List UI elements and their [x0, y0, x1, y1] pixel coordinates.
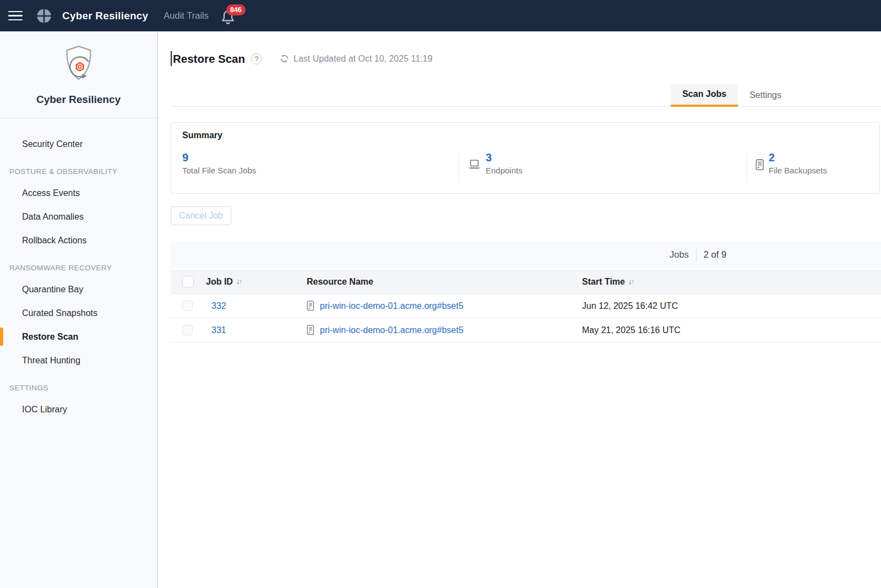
sidebar-section-settings: SETTINGS	[0, 378, 157, 398]
page-title: Restore Scan	[173, 52, 245, 66]
sidebar-brand-name: Cyber Resiliency	[0, 94, 157, 106]
stat-divider	[747, 153, 747, 182]
sidebar-item-access-events[interactable]: Access Events	[0, 181, 157, 205]
sort-icons[interactable]: ↓↑	[236, 277, 242, 286]
sort-icons[interactable]: ↓↑	[628, 277, 634, 286]
app-title: Cyber Resiliency	[62, 10, 148, 22]
job-id-link[interactable]: 331	[211, 325, 226, 335]
start-time-value: May 21, 2025 16:16 UTC	[582, 325, 681, 335]
audit-trails-link[interactable]: Audit Trails	[164, 10, 209, 21]
tab-bar: Scan Jobs Settings	[171, 84, 881, 107]
jobs-count-divider	[696, 248, 697, 262]
sidebar-item-curated-snapshots[interactable]: Curated Snapshots	[0, 301, 157, 325]
sidebar-item-restore-scan[interactable]: Restore Scan	[0, 325, 157, 349]
summary-card: Summary 9 Total File Scan Jobs 3 Endpoin…	[171, 122, 880, 194]
sidebar-item-rollback-actions[interactable]: Rollback Actions	[0, 228, 157, 252]
stat-value: 9	[182, 151, 256, 164]
stat-value: 2	[769, 151, 827, 164]
refresh-icon	[279, 53, 290, 64]
resource-name-link[interactable]: pri-win-ioc-demo-01.acme.org#bset5	[320, 325, 464, 335]
help-icon[interactable]: ?	[251, 53, 262, 64]
stat-label: Endpoints	[486, 166, 523, 175]
jobs-count-value: 2 of 9	[704, 249, 726, 260]
stat-label: Total File Scan Jobs	[182, 166, 256, 175]
stat-value: 3	[486, 151, 523, 164]
notification-count-badge: 846	[226, 4, 246, 15]
hamburger-menu-icon[interactable]	[8, 11, 23, 21]
top-navigation-bar: Cyber Resiliency Audit Trails 846	[0, 0, 881, 31]
summary-title: Summary	[182, 130, 222, 140]
last-updated-text: Last Updated at Oct 10, 2025 11:19	[293, 54, 432, 64]
row-checkbox[interactable]	[182, 325, 193, 335]
job-id-link[interactable]: 332	[211, 301, 226, 311]
table-row: 331 pri-win-ioc-demo-01.acme.org#bset5 M…	[171, 318, 881, 342]
backupset-icon	[307, 325, 314, 335]
row-checkbox[interactable]	[182, 301, 193, 311]
select-all-checkbox[interactable]	[182, 276, 194, 287]
jobs-count-label: Jobs	[670, 249, 689, 260]
backupset-icon	[307, 301, 314, 311]
tab-settings[interactable]: Settings	[738, 84, 793, 107]
stat-total-file-scan-jobs: 9 Total File Scan Jobs	[182, 151, 256, 175]
main-content: Restore Scan ? Last Updated at Oct 10, 2…	[159, 31, 881, 588]
table-row: 332 pri-win-ioc-demo-01.acme.org#bset5 J…	[171, 294, 881, 318]
sidebar-item-data-anomalies[interactable]: Data Anomalies	[0, 205, 157, 228]
resource-name-link[interactable]: pri-win-ioc-demo-01.acme.org#bset5	[320, 301, 464, 311]
column-header-resource-name[interactable]: Resource Name	[307, 270, 373, 293]
column-header-job-id[interactable]: Job ID ↓↑	[206, 270, 241, 293]
sidebar-item-ioc-library[interactable]: IOC Library	[0, 398, 157, 421]
sidebar-item-threat-hunting[interactable]: Threat Hunting	[0, 349, 157, 372]
stat-endpoints: 3 Endpoints	[468, 151, 523, 175]
laptop-icon	[468, 159, 481, 173]
cancel-job-button[interactable]: Cancel Job	[171, 206, 231, 225]
tab-scan-jobs[interactable]: Scan Jobs	[671, 84, 738, 107]
sidebar-section-ransomware-recovery: RANSOMWARE RECOVERY	[0, 258, 157, 277]
stat-divider	[459, 153, 459, 182]
table-header-row: Job ID ↓↑ Resource Name Start Time ↓↑	[171, 270, 881, 294]
sidebar-item-security-center[interactable]: Security Center	[0, 132, 157, 156]
backupset-icon	[755, 159, 764, 173]
sidebar-nav: Security Center POSTURE & OBSERVABILITY …	[0, 118, 157, 421]
refresh-button[interactable]	[279, 53, 290, 64]
sidebar-item-quarantine-bay[interactable]: Quarantine Bay	[0, 277, 157, 301]
stat-label: File Backupsets	[769, 166, 827, 175]
sidebar: Cyber Resiliency Security Center POSTURE…	[0, 31, 158, 588]
jobs-count-bar: Jobs 2 of 9	[171, 241, 881, 268]
stat-file-backupsets: 2 File Backupsets	[755, 151, 827, 175]
notifications-button[interactable]: 846	[220, 5, 245, 27]
column-header-start-time[interactable]: Start Time ↓↑	[582, 270, 633, 293]
sidebar-section-posture-observability: POSTURE & OBSERVABILITY	[0, 161, 157, 181]
start-time-value: Jun 12, 2025 16:42 UTC	[582, 301, 678, 311]
pinwheel-logo-icon	[35, 7, 53, 25]
text-caret	[171, 51, 172, 66]
cyber-resiliency-shield-icon	[0, 44, 157, 87]
